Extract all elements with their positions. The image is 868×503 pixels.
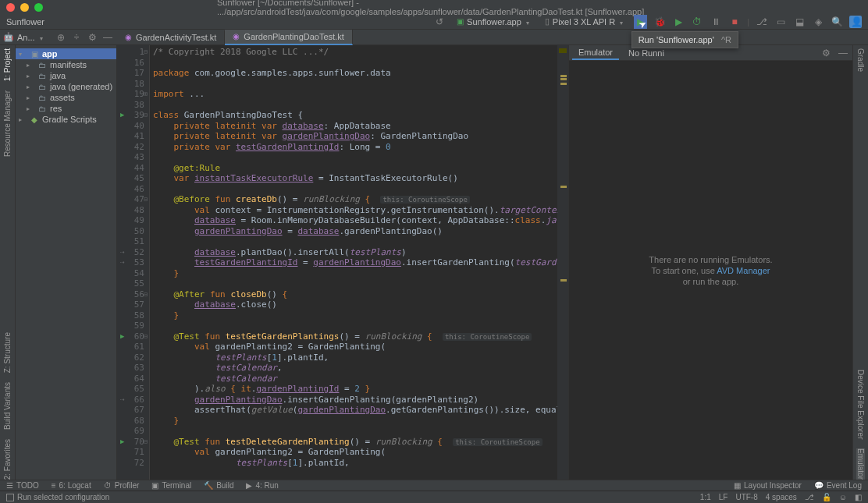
run-tool-button[interactable]: ▶ 4: Run — [246, 481, 278, 490]
gear-icon[interactable]: ⚙ — [86, 32, 98, 43]
run-config-selector[interactable]: ▣ Sunflower.app — [452, 17, 534, 27]
memory-indicator[interactable]: ◧ — [855, 493, 862, 501]
tree-label: app — [42, 49, 58, 58]
folder-icon: 🗀 — [37, 94, 48, 102]
tooltip-text: Run 'Sunflower.app' — [639, 35, 714, 44]
run-tooltip: Run 'Sunflower.app' ^R — [631, 31, 738, 48]
tree-item-assets[interactable]: ▸ 🗀 assets — [16, 92, 116, 103]
chevron-right-icon: ▸ — [27, 62, 34, 69]
tree-label: res — [50, 104, 62, 113]
status-bar: Run selected configuration 1:1 LF UTF-8 … — [0, 491, 868, 503]
avd-manager-link[interactable]: AVD Manager — [717, 266, 770, 275]
terminal-tool-button[interactable]: ▣ Terminal — [151, 481, 191, 490]
avd-manager-icon[interactable]: ▭ — [774, 16, 787, 27]
tree-item-app[interactable]: ▾ ▣ app — [16, 48, 116, 59]
editor-tabs: ◉ GardenActivityTest.kt ◉ GardenPlanting… — [117, 30, 353, 45]
gradle-icon: ◆ — [29, 115, 40, 124]
chevron-down-icon: ▾ — [19, 51, 27, 58]
code-editor[interactable]: 1⊟16171819⊞38▶39⊟4041424344454647⊟484950… — [117, 45, 568, 480]
profile-button[interactable]: ⏱ — [691, 16, 703, 27]
tree-item-res[interactable]: ▸ 🗀 res — [16, 103, 116, 114]
emulator-panel: Emulator No Runni ⚙ — There are no runni… — [568, 45, 852, 480]
hide-icon[interactable]: — — [837, 48, 849, 58]
favorites-tool-button[interactable]: 2: Favorites — [3, 439, 12, 480]
layout-inspector-tool-button[interactable]: ▦ Layout Inspector — [734, 481, 802, 490]
account-icon[interactable]: 👤 — [849, 16, 862, 28]
code-area[interactable]: /* Copyright 2018 Google LLC ...*/packag… — [150, 45, 557, 480]
profiler-tool-button[interactable]: ⏱ Profiler — [104, 481, 140, 490]
inspection-icon[interactable]: ☺ — [839, 493, 847, 501]
search-icon[interactable]: 🔍 — [831, 16, 843, 27]
project-tool-button[interactable]: 1: Project — [3, 48, 12, 81]
emulator-tool-button[interactable]: Emulator — [856, 448, 865, 480]
main-toolbar: Sunflower ↺ ▣ Sunflower.app ▯ Pixel 3 XL… — [0, 14, 868, 30]
hide-icon[interactable]: — — [101, 32, 114, 43]
folder-icon: 🗀 — [37, 83, 48, 91]
collapse-icon[interactable]: ÷ — [70, 32, 83, 43]
readonly-icon[interactable]: 🔓 — [822, 493, 831, 501]
tooltip-shortcut: ^R — [721, 35, 731, 44]
tree-item-java-generated[interactable]: ▸ 🗀 java (generated) — [16, 81, 116, 92]
close-window-button[interactable] — [6, 3, 15, 12]
status-message: Run selected configuration — [17, 493, 109, 501]
kotlin-file-icon: ◉ — [125, 33, 132, 41]
chevron-right-icon: ▸ — [19, 116, 27, 123]
tree-label: manifests — [50, 60, 87, 69]
todo-tool-button[interactable]: ☰ TODO — [6, 481, 39, 490]
gradle-tool-button[interactable]: Gradle — [856, 48, 865, 72]
run-button[interactable]: ▶ — [637, 16, 644, 27]
device-selector[interactable]: ▯ Pixel 3 XL API R — [540, 16, 628, 27]
editor-scrollbar[interactable] — [557, 45, 568, 480]
git-branch-icon[interactable]: ⎇ — [756, 16, 768, 27]
debug-button[interactable]: 🐞 — [653, 16, 666, 27]
run-config-label: Sunflower.app — [467, 17, 521, 27]
git-icon[interactable]: ⎇ — [805, 493, 814, 501]
chevron-down-icon — [525, 17, 529, 27]
event-log-tool-button[interactable]: 💬 Event Log — [814, 481, 862, 490]
tab-garden-planting-dao-test[interactable]: ◉ GardenPlantingDaoTest.kt — [225, 30, 352, 45]
tree-label: Gradle Scripts — [42, 115, 97, 124]
window-title: Sunflower [~/Documents/Sunflower] - .../… — [217, 0, 651, 16]
device-label: Pixel 3 XL API R — [553, 17, 615, 27]
file-encoding[interactable]: UTF-8 — [735, 493, 757, 501]
sync-icon[interactable]: ↺ — [433, 16, 446, 27]
project-view-selector[interactable]: 🤖 An... ⊕ ÷ ⚙ — — [0, 32, 117, 43]
tree-item-java[interactable]: ▸ 🗀 java — [16, 70, 116, 81]
title-bar: Sunflower [~/Documents/Sunflower] - .../… — [0, 0, 868, 14]
run-config-icon: ▣ — [457, 17, 464, 26]
coverage-button[interactable]: ▶ — [672, 16, 685, 27]
structure-tool-button[interactable]: Z: Structure — [3, 332, 12, 373]
tab-garden-activity-test[interactable]: ◉ GardenActivityTest.kt — [117, 30, 225, 44]
emulator-empty-line3: or run the app. — [683, 277, 739, 286]
build-variants-tool-button[interactable]: Build Variants — [3, 382, 12, 430]
caret-position[interactable]: 1:1 — [700, 493, 711, 501]
module-icon: ▣ — [29, 50, 40, 58]
attach-debugger-button[interactable]: ⏸ — [710, 16, 722, 27]
right-tool-stripe: Gradle Device File Explorer Emulator — [852, 45, 868, 480]
resource-manager-tool-button[interactable]: Resource Manager — [3, 90, 12, 157]
tree-item-gradle-scripts[interactable]: ▸ ◆ Gradle Scripts — [16, 114, 116, 125]
status-icon[interactable] — [6, 494, 14, 501]
tree-item-manifests[interactable]: ▸ 🗀 manifests — [16, 59, 116, 70]
project-tree[interactable]: ▾ ▣ app ▸ 🗀 manifests ▸ 🗀 java ▸ 🗀 java … — [16, 45, 117, 480]
tab-emulator[interactable]: Emulator — [572, 46, 619, 60]
resource-manager-icon[interactable]: ◈ — [812, 16, 824, 27]
device-file-explorer-tool-button[interactable]: Device File Explorer — [856, 370, 865, 439]
project-view-label: An... — [17, 33, 35, 42]
maximize-window-button[interactable] — [34, 3, 43, 12]
stop-button[interactable]: ■ — [728, 16, 741, 27]
folder-icon: 🗀 — [37, 61, 48, 69]
tab-label: GardenActivityTest.kt — [136, 33, 216, 42]
sdk-manager-icon[interactable]: ⬓ — [793, 16, 806, 27]
line-separator[interactable]: LF — [719, 493, 728, 501]
breadcrumb[interactable]: Sunflower — [6, 17, 44, 27]
build-tool-button[interactable]: 🔨 Build — [204, 481, 233, 490]
logcat-tool-button[interactable]: ≡ 6: Logcat — [52, 481, 91, 490]
emulator-empty-line1: There are no running Emulators. — [649, 255, 772, 264]
tree-label: java — [50, 71, 66, 80]
minimize-window-button[interactable] — [20, 3, 29, 12]
editor-gutter[interactable]: 1⊟16171819⊞38▶39⊟4041424344454647⊟484950… — [117, 45, 150, 480]
gear-icon[interactable]: ⚙ — [820, 48, 832, 58]
indent-setting[interactable]: 4 spaces — [766, 493, 797, 501]
target-icon[interactable]: ⊕ — [55, 32, 67, 43]
